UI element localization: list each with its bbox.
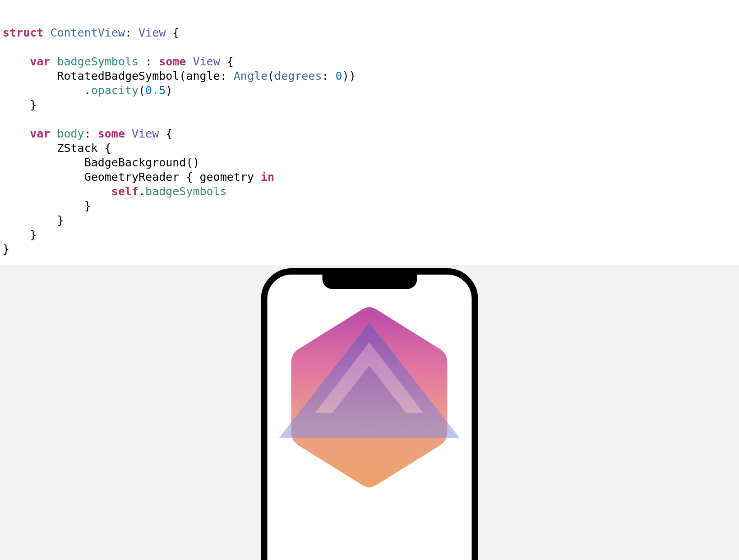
keyword-some: some — [98, 127, 125, 140]
code-line: var body: some View { — [3, 127, 172, 140]
method-opacity: opacity — [91, 84, 139, 97]
code-line: BadgeBackground() — [3, 156, 200, 169]
type-view: View — [132, 127, 159, 140]
iphone-notch — [322, 275, 417, 289]
phone-screen — [268, 289, 472, 560]
code-line: } — [3, 228, 37, 241]
label-degrees: degrees — [274, 69, 322, 83]
type-contentview: ContentView — [50, 26, 125, 39]
code-line: struct ContentView: View { — [3, 26, 179, 39]
iphone-frame — [261, 268, 478, 560]
keyword-some: some — [159, 55, 186, 68]
keyword-struct: struct — [3, 26, 43, 39]
code-line: .opacity(0.5) — [3, 84, 172, 97]
code-line: var badgeSymbols : some View { — [3, 55, 234, 68]
code-line: } — [3, 214, 64, 227]
swift-code-block: struct ContentView: View { var badgeSymb… — [0, 0, 739, 266]
prop-badgesymbols: badgeSymbols — [145, 185, 227, 198]
keyword-self: self — [111, 185, 139, 198]
swiftui-preview-canvas: CSDN @Serendipity·y — [0, 266, 739, 560]
code-line: RotatedBadgeSymbol(angle: Angle(degrees:… — [3, 69, 356, 83]
code-line: self.badgeSymbols — [3, 185, 227, 198]
type-view: View — [193, 55, 220, 68]
code-line: } — [3, 199, 91, 212]
code-line: } — [3, 98, 37, 111]
prop-body: body — [57, 127, 84, 140]
prop-badgesymbols: badgeSymbols — [57, 55, 139, 68]
keyword-var: var — [30, 55, 50, 68]
code-line: ZStack { — [3, 142, 111, 155]
code-line: } — [3, 243, 9, 256]
code-line: GeometryReader { geometry in — [3, 170, 274, 184]
number-zero: 0 — [336, 69, 342, 83]
badge-graphic — [268, 289, 472, 560]
type-view: View — [139, 26, 166, 39]
number-half: 0.5 — [145, 84, 166, 97]
keyword-var: var — [30, 127, 50, 140]
type-angle: Angle — [234, 69, 268, 83]
keyword-in: in — [261, 170, 274, 184]
